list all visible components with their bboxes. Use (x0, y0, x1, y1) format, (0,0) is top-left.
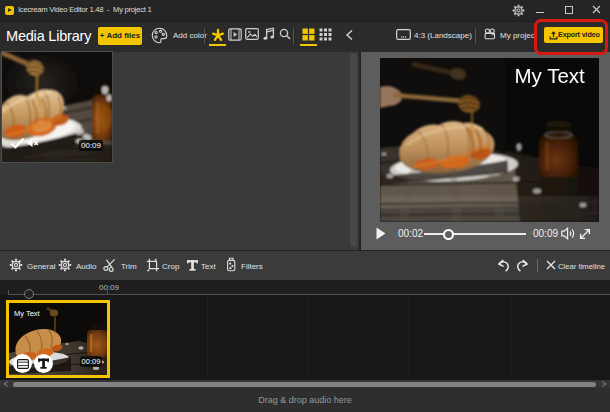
svg-text:My Text: My Text (515, 64, 586, 87)
svg-text:My Text: My Text (14, 309, 41, 318)
